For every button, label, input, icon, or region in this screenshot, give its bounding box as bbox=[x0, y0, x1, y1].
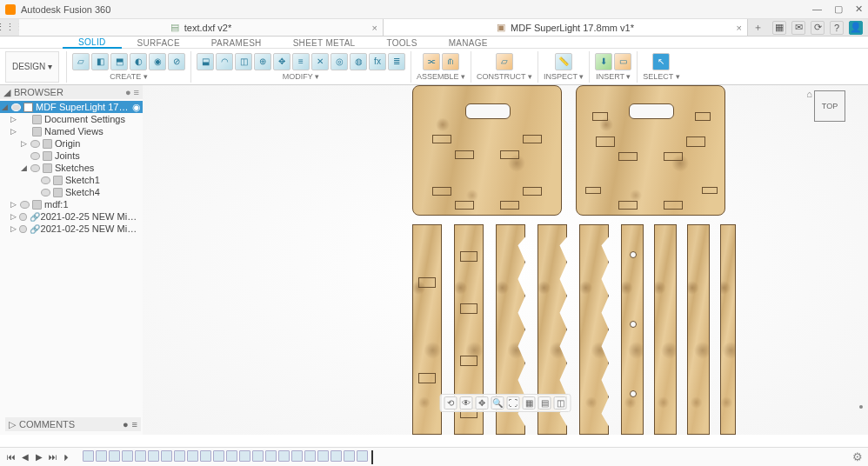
viewport[interactable]: ⌂ TOP bbox=[143, 85, 868, 435]
decal-icon[interactable]: ▭ bbox=[614, 53, 631, 70]
comments-options-icon[interactable]: ● bbox=[123, 419, 129, 429]
timeline-marker[interactable] bbox=[371, 450, 373, 464]
box-icon[interactable]: ◧ bbox=[91, 53, 109, 70]
shell-icon[interactable]: ◫ bbox=[235, 53, 252, 70]
extensions-icon[interactable]: ▦ bbox=[772, 21, 786, 35]
comments-panel[interactable]: ▷ COMMENTS ●≡ bbox=[5, 417, 141, 431]
part-strip-3[interactable] bbox=[621, 224, 644, 435]
timeline-step[interactable] bbox=[304, 450, 316, 462]
part-strip-1[interactable] bbox=[412, 224, 442, 435]
browser-header[interactable]: ◢ BROWSER ● ≡ bbox=[0, 85, 143, 99]
appearance-icon[interactable]: ◍ bbox=[350, 53, 367, 70]
measure-icon[interactable]: 📏 bbox=[555, 53, 572, 70]
timeline-step[interactable] bbox=[213, 450, 224, 462]
extrude-icon[interactable]: ⬒ bbox=[110, 53, 128, 70]
form-icon[interactable]: ◉ bbox=[149, 53, 166, 70]
timeline-step[interactable] bbox=[317, 450, 329, 462]
close-icon[interactable]: ✕ bbox=[855, 3, 863, 15]
profile-icon[interactable]: 👤 bbox=[849, 21, 863, 35]
timeline-prev-icon[interactable]: ◀ bbox=[19, 451, 30, 463]
ribbon-tab-sheetmetal[interactable]: SHEET METAL bbox=[277, 38, 371, 48]
collapse-icon[interactable]: ▷ bbox=[9, 419, 16, 430]
tree-node[interactable]: ▷🔗2021-02-25 NEW Mining Rig v… bbox=[0, 223, 143, 235]
param-icon[interactable]: fx bbox=[369, 53, 386, 70]
workspace-button[interactable]: DESIGN ▾ bbox=[5, 51, 59, 83]
ribbon-tab-surface[interactable]: SURFACE bbox=[122, 38, 196, 48]
plane-icon[interactable]: ▱ bbox=[496, 53, 513, 70]
group-label[interactable]: ASSEMBLE ▾ bbox=[417, 72, 465, 81]
timeline-settings-icon[interactable]: ⚙ bbox=[852, 450, 863, 463]
part-side-b[interactable] bbox=[576, 85, 725, 216]
tree-node[interactable]: ▷Named Views bbox=[0, 125, 143, 137]
timeline-step[interactable] bbox=[187, 450, 198, 462]
tree-node[interactable]: ▷🔗2021-02-25 NEW Mining Rig v… bbox=[0, 210, 143, 223]
tree-node[interactable]: ▷Origin bbox=[0, 137, 143, 150]
insert-icon[interactable]: ⬇ bbox=[595, 53, 612, 70]
minimize-icon[interactable]: — bbox=[812, 3, 822, 15]
notifications-icon[interactable]: ✉ bbox=[791, 21, 805, 35]
maximize-icon[interactable]: ▢ bbox=[834, 3, 843, 15]
move-icon[interactable]: ✥ bbox=[273, 53, 290, 70]
data-panel-icon[interactable]: ⋮⋮⋮ bbox=[0, 19, 19, 36]
grid-icon[interactable]: ▤ bbox=[538, 396, 551, 409]
timeline-step[interactable] bbox=[331, 450, 342, 462]
compute-icon[interactable]: ≣ bbox=[388, 53, 405, 70]
group-label[interactable]: CREATE ▾ bbox=[110, 72, 147, 81]
browser-options-icon[interactable]: ● ≡ bbox=[125, 87, 139, 97]
ribbon-tab-tools[interactable]: TOOLS bbox=[371, 38, 432, 48]
group-label[interactable]: MODIFY ▾ bbox=[283, 72, 319, 81]
timeline-step[interactable] bbox=[174, 450, 185, 462]
job-status-icon[interactable]: ⟳ bbox=[811, 21, 825, 35]
ribbon-tab-mesh[interactable]: PARAMESH bbox=[196, 38, 277, 48]
timeline-step[interactable] bbox=[148, 450, 159, 462]
new-sketch-icon[interactable]: ▱ bbox=[72, 53, 90, 70]
orbit-icon[interactable]: ⟲ bbox=[444, 396, 457, 409]
display-icon[interactable]: ▦ bbox=[523, 396, 536, 409]
new-tab-button[interactable]: ＋ bbox=[748, 19, 767, 36]
collapse-icon[interactable]: ◢ bbox=[3, 87, 10, 98]
ribbon-tab-manage[interactable]: MANAGE bbox=[433, 38, 504, 48]
help-icon[interactable]: ? bbox=[830, 21, 844, 35]
fillet-icon[interactable]: ◠ bbox=[216, 53, 233, 70]
tree-node[interactable]: ◢Sketches bbox=[0, 162, 143, 174]
group-label[interactable]: INSERT ▾ bbox=[596, 72, 631, 81]
tree-root[interactable]: ◢ MDF SuperLight 17.8mm … ◉ bbox=[0, 101, 143, 113]
timeline-step[interactable] bbox=[135, 450, 146, 462]
timeline-step[interactable] bbox=[96, 450, 107, 462]
ribbon-tab-solid[interactable]: SOLID bbox=[63, 37, 122, 49]
part-strip-5[interactable] bbox=[687, 224, 710, 435]
comments-expand-icon[interactable]: ≡ bbox=[132, 419, 137, 429]
tree-node[interactable]: ▷mdf:1 bbox=[0, 198, 143, 210]
timeline-step[interactable] bbox=[109, 450, 120, 462]
align-icon[interactable]: ≡ bbox=[292, 53, 310, 70]
part-side-a[interactable] bbox=[412, 85, 562, 216]
physmat-icon[interactable]: ◎ bbox=[331, 53, 348, 70]
joint-icon[interactable]: ⫘ bbox=[423, 53, 440, 70]
timeline-step[interactable] bbox=[83, 450, 94, 462]
asbuilt-icon[interactable]: ⫙ bbox=[442, 53, 459, 70]
tree-node[interactable]: Sketch4 bbox=[0, 186, 143, 198]
pan-icon[interactable]: ✥ bbox=[476, 396, 489, 409]
tab-close-icon[interactable]: × bbox=[372, 23, 377, 33]
timeline-step[interactable] bbox=[357, 450, 368, 462]
timeline-step[interactable] bbox=[226, 450, 237, 462]
look-icon[interactable]: 👁 bbox=[460, 396, 473, 409]
fit-icon[interactable]: ⛶ bbox=[507, 396, 520, 409]
combine-icon[interactable]: ⊕ bbox=[254, 53, 271, 70]
timeline-step[interactable] bbox=[344, 450, 355, 462]
tree-node[interactable]: Joints bbox=[0, 150, 143, 162]
timeline-step[interactable] bbox=[239, 450, 250, 462]
radio-icon[interactable]: ◉ bbox=[132, 102, 141, 113]
timeline-step[interactable] bbox=[278, 450, 290, 462]
tab-close-icon[interactable]: × bbox=[737, 23, 742, 33]
part-strip-4[interactable] bbox=[654, 224, 677, 435]
part-strip-6[interactable] bbox=[720, 224, 736, 435]
hole-icon[interactable]: ⊘ bbox=[168, 53, 185, 70]
timeline-step[interactable] bbox=[122, 450, 133, 462]
timeline-step[interactable] bbox=[265, 450, 277, 462]
timeline-play-icon[interactable]: ⏵ bbox=[61, 451, 72, 463]
timeline-step[interactable] bbox=[291, 450, 303, 462]
group-label[interactable]: INSPECT ▾ bbox=[544, 72, 584, 81]
delete-icon[interactable]: ✕ bbox=[311, 53, 329, 70]
document-tab-1[interactable]: ▤ text.dxf v2* × bbox=[19, 19, 384, 36]
